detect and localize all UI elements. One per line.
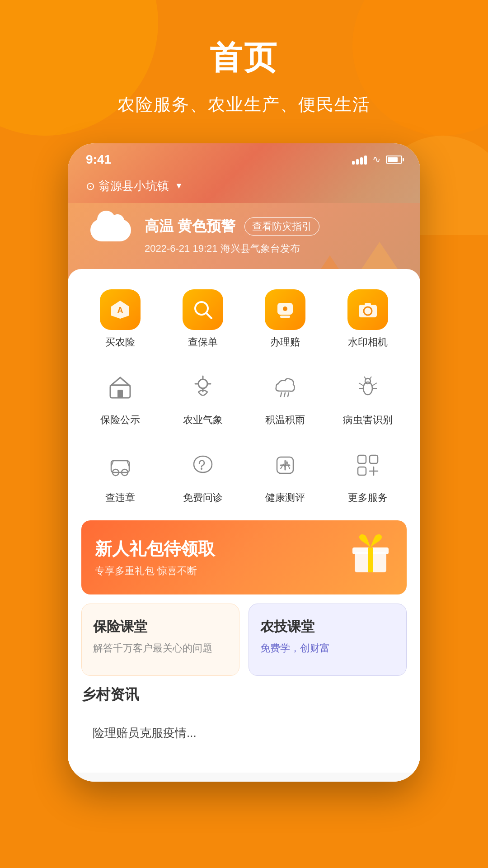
svg-line-3 — [206, 313, 211, 318]
file-claim-icon — [265, 289, 305, 330]
status-row: 9:41 ∿ — [86, 152, 402, 167]
service-item-pest-recognition[interactable]: 病虫害识别 — [329, 360, 407, 434]
svg-point-6 — [283, 307, 287, 311]
status-icons: ∿ — [352, 154, 402, 165]
service-item-watermark-camera[interactable]: 水印相机 — [329, 283, 407, 356]
service-grid-row2: 保险公示 农业气象 积温积雨 — [81, 360, 407, 434]
service-item-temp-rain[interactable]: 积温积雨 — [246, 360, 324, 434]
watermark-camera-label: 水印相机 — [348, 335, 388, 349]
page-title: 首页 — [0, 36, 488, 80]
watermark-camera-icon — [347, 289, 388, 330]
card-insurance-title: 保险课堂 — [93, 618, 228, 636]
svg-rect-39 — [358, 467, 366, 475]
service-item-check-policy[interactable]: 查保单 — [164, 283, 242, 356]
service-item-buy-insurance[interactable]: A 买农险 — [81, 283, 160, 356]
insurance-public-label: 保险公示 — [100, 413, 140, 427]
svg-rect-5 — [280, 316, 290, 318]
service-item-more-services[interactable]: 更多服务 — [329, 438, 407, 511]
phone-body: A 买农险 查保单 办理赔 — [68, 269, 420, 782]
svg-line-19 — [284, 393, 285, 396]
service-item-health-assessment[interactable]: 健康测评 — [246, 438, 324, 511]
svg-rect-37 — [358, 455, 366, 463]
page-header: 首页 农险服务、农业生产、便民生活 — [0, 0, 488, 116]
cards-row: 保险课堂 解答千万客户最关心的问题 农技课堂 免费学，创财富 — [81, 604, 407, 676]
card-insurance-subtitle: 解答千万客户最关心的问题 — [93, 642, 228, 655]
phone-mockup: 9:41 ∿ ⊙ 翁源县小坑镇 ▼ — [68, 143, 420, 782]
svg-line-18 — [281, 393, 282, 396]
weather-cloud-icon — [90, 219, 136, 250]
svg-rect-9 — [365, 303, 371, 306]
page-subtitle: 农险服务、农业生产、便民生活 — [0, 93, 488, 116]
card-agri[interactable]: 农技课堂 免费学，创财富 — [249, 604, 407, 676]
svg-marker-11 — [111, 377, 129, 385]
service-item-free-consult[interactable]: 免费问诊 — [164, 438, 242, 511]
svg-line-28 — [370, 377, 371, 379]
card-agri-title: 农技课堂 — [260, 618, 395, 636]
svg-point-13 — [198, 379, 207, 388]
svg-line-23 — [359, 383, 363, 386]
news-item[interactable]: 险理赔员克服疫情... — [81, 714, 407, 752]
health-assessment-icon — [265, 445, 305, 486]
phone-card: A 买农险 查保单 办理赔 — [68, 269, 420, 773]
check-policy-icon — [183, 289, 223, 330]
agri-weather-label: 农业气象 — [183, 413, 223, 427]
village-news-title: 乡村资讯 — [81, 685, 407, 705]
service-item-agri-weather[interactable]: 农业气象 — [164, 360, 242, 434]
location-dropdown-icon[interactable]: ▼ — [175, 181, 183, 191]
free-consult-icon — [183, 445, 223, 486]
svg-line-20 — [288, 393, 289, 396]
card-agri-subtitle: 免费学，创财富 — [260, 642, 395, 655]
battery-icon — [386, 156, 402, 164]
check-policy-label: 查保单 — [188, 335, 218, 349]
service-item-insurance-public[interactable]: 保险公示 — [81, 360, 160, 434]
newuser-text: 新人礼包待领取 专享多重礼包 惊喜不断 — [95, 538, 215, 578]
temp-rain-label: 积温积雨 — [265, 413, 305, 427]
newuser-banner[interactable]: 新人礼包待领取 专享多重礼包 惊喜不断 — [81, 520, 407, 594]
service-item-traffic-violation[interactable]: 查违章 — [81, 438, 160, 511]
free-consult-label: 免费问诊 — [183, 491, 223, 505]
phone-status-bar: 9:41 ∿ ⊙ 翁源县小坑镇 ▼ — [68, 143, 420, 283]
agri-weather-icon — [183, 367, 223, 408]
more-services-label: 更多服务 — [348, 491, 388, 505]
svg-point-33 — [201, 468, 202, 470]
svg-rect-29 — [111, 461, 129, 472]
card-insurance[interactable]: 保险课堂 解答千万客户最关心的问题 — [81, 604, 239, 676]
weather-title: 高温 黄色预警 — [145, 217, 235, 236]
location-row[interactable]: ⊙ 翁源县小坑镇 ▼ — [86, 171, 402, 203]
newuser-gift-icon — [348, 532, 393, 583]
svg-rect-44 — [368, 547, 373, 572]
traffic-violation-label: 查违章 — [105, 491, 135, 505]
signal-icon — [352, 155, 367, 165]
newuser-title: 新人礼包待领取 — [95, 538, 215, 561]
buy-insurance-icon: A — [100, 289, 141, 330]
svg-text:A: A — [117, 306, 123, 315]
location-text: 翁源县小坑镇 — [99, 178, 169, 194]
service-grid-row3: 查违章 免费问诊 健康测评 — [81, 438, 407, 511]
svg-line-27 — [364, 377, 366, 379]
news-item-text: 险理赔员克服疫情... — [93, 726, 197, 740]
buy-insurance-label: 买农险 — [105, 335, 135, 349]
health-assessment-label: 健康测评 — [265, 491, 305, 505]
wifi-icon: ∿ — [372, 154, 380, 165]
svg-rect-38 — [370, 455, 378, 463]
traffic-violation-icon — [100, 445, 141, 486]
service-item-file-claim[interactable]: 办理赔 — [246, 283, 324, 356]
file-claim-label: 办理赔 — [270, 335, 300, 349]
insurance-public-icon — [100, 367, 141, 408]
pest-recognition-label: 病虫害识别 — [343, 413, 393, 427]
service-grid-row1: A 买农险 查保单 办理赔 — [81, 283, 407, 356]
svg-rect-12 — [117, 390, 123, 398]
more-services-icon — [347, 445, 388, 486]
status-time: 9:41 — [86, 152, 111, 167]
newuser-subtitle: 专享多重礼包 惊喜不断 — [95, 564, 215, 578]
svg-line-25 — [372, 383, 377, 386]
outer-bottom — [0, 782, 488, 827]
temp-rain-icon — [265, 367, 305, 408]
location-pin-icon: ⊙ — [86, 180, 95, 193]
pest-recognition-icon — [347, 367, 388, 408]
weather-badge-button[interactable]: 查看防灾指引 — [244, 217, 319, 236]
